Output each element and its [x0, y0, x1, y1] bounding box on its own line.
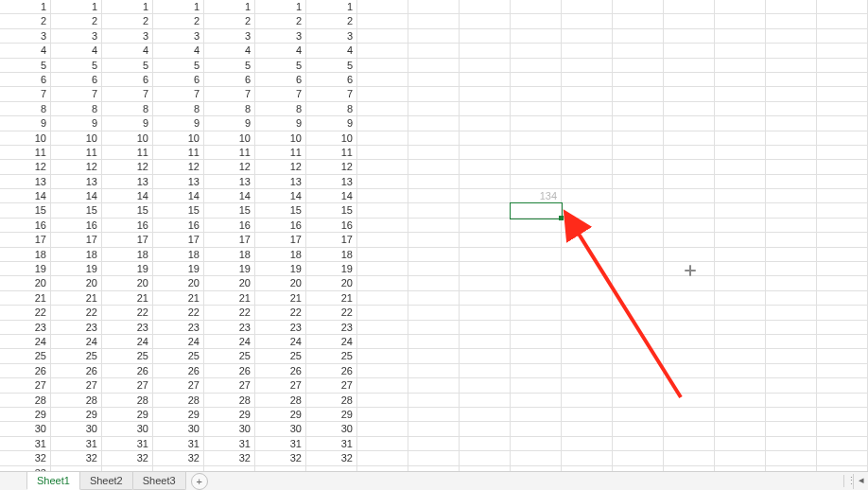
cell[interactable]: 15	[204, 203, 255, 218]
cell[interactable]: 27	[102, 378, 153, 393]
cell[interactable]	[511, 233, 562, 247]
cell[interactable]: 12	[306, 160, 357, 174]
cell[interactable]	[766, 437, 817, 451]
cell[interactable]	[562, 102, 613, 116]
cell[interactable]	[511, 116, 562, 131]
cell[interactable]	[817, 233, 868, 247]
cell[interactable]	[408, 160, 460, 174]
cell[interactable]: 15	[153, 203, 204, 218]
cell[interactable]	[715, 378, 766, 393]
cell[interactable]: 17	[306, 233, 357, 247]
cell[interactable]: 5	[0, 59, 51, 73]
cell[interactable]	[562, 146, 613, 160]
cell[interactable]: 17	[0, 233, 51, 247]
cell[interactable]	[357, 203, 408, 218]
cell[interactable]	[766, 203, 817, 218]
cell[interactable]	[562, 378, 613, 393]
cell[interactable]: 19	[0, 262, 51, 276]
cell[interactable]	[664, 451, 715, 465]
cell[interactable]	[357, 248, 408, 262]
cell[interactable]	[766, 291, 817, 306]
cell[interactable]	[613, 102, 664, 116]
cell[interactable]: 14	[0, 189, 51, 203]
cell[interactable]: 22	[306, 306, 357, 320]
cell[interactable]: 29	[204, 408, 255, 422]
cell[interactable]: 26	[306, 364, 357, 378]
cell[interactable]	[562, 291, 613, 306]
cell[interactable]	[408, 14, 460, 28]
cell[interactable]	[408, 131, 460, 146]
cell[interactable]: 4	[102, 44, 153, 58]
cell[interactable]	[562, 219, 613, 233]
cell[interactable]: 16	[153, 219, 204, 233]
cell[interactable]	[357, 408, 408, 422]
cell[interactable]	[511, 335, 562, 349]
cell[interactable]: 31	[51, 437, 102, 451]
cell[interactable]: 11	[255, 146, 306, 160]
cell[interactable]	[817, 378, 868, 393]
cell[interactable]	[357, 422, 408, 436]
cell[interactable]: 7	[51, 87, 102, 101]
cell[interactable]	[408, 102, 460, 116]
cell[interactable]: 22	[255, 306, 306, 320]
cell[interactable]	[460, 349, 511, 363]
cell[interactable]	[817, 394, 868, 408]
cell[interactable]: 24	[51, 335, 102, 349]
cell[interactable]: 24	[306, 335, 357, 349]
cell[interactable]	[460, 160, 511, 174]
cell[interactable]: 31	[255, 437, 306, 451]
cell[interactable]	[715, 131, 766, 146]
cell[interactable]	[715, 335, 766, 349]
cell[interactable]	[664, 14, 715, 28]
cell[interactable]	[715, 306, 766, 320]
cell[interactable]	[664, 203, 715, 218]
cell[interactable]	[511, 219, 562, 233]
cell[interactable]	[562, 394, 613, 408]
cell[interactable]: 30	[51, 422, 102, 436]
cell[interactable]: 26	[51, 364, 102, 378]
cell[interactable]: 8	[0, 102, 51, 116]
cell[interactable]	[460, 73, 511, 87]
cell[interactable]: 12	[51, 160, 102, 174]
cell[interactable]	[817, 146, 868, 160]
cell[interactable]	[511, 306, 562, 320]
cell[interactable]	[715, 349, 766, 363]
cell[interactable]: 7	[0, 87, 51, 101]
cell[interactable]: 32	[204, 451, 255, 465]
cell[interactable]	[613, 219, 664, 233]
cell[interactable]: 26	[102, 364, 153, 378]
cell[interactable]	[562, 306, 613, 320]
cell[interactable]	[562, 73, 613, 87]
cell[interactable]	[715, 175, 766, 189]
cell[interactable]: 23	[0, 321, 51, 335]
cell[interactable]: 13	[204, 175, 255, 189]
cell[interactable]: 22	[51, 306, 102, 320]
cell[interactable]: 13	[255, 175, 306, 189]
cell[interactable]: 23	[153, 321, 204, 335]
cell[interactable]	[664, 394, 715, 408]
cell[interactable]	[562, 131, 613, 146]
cell[interactable]	[562, 44, 613, 58]
cell[interactable]: 25	[102, 349, 153, 363]
cell[interactable]	[511, 364, 562, 378]
cell[interactable]	[613, 364, 664, 378]
cell[interactable]: 27	[51, 378, 102, 393]
cell[interactable]: 11	[306, 146, 357, 160]
cell[interactable]	[766, 102, 817, 116]
cell[interactable]	[817, 408, 868, 422]
cell[interactable]	[408, 321, 460, 335]
cell[interactable]: 8	[306, 102, 357, 116]
cell[interactable]	[460, 233, 511, 247]
cell[interactable]	[613, 203, 664, 218]
cell[interactable]: 16	[51, 219, 102, 233]
cell[interactable]	[613, 131, 664, 146]
cell[interactable]: 25	[204, 349, 255, 363]
cell[interactable]: 12	[0, 160, 51, 174]
cell[interactable]	[766, 233, 817, 247]
cell[interactable]	[613, 321, 664, 335]
cell[interactable]	[460, 321, 511, 335]
cell[interactable]	[460, 44, 511, 58]
cell[interactable]: 5	[306, 59, 357, 73]
cell[interactable]: 5	[255, 59, 306, 73]
cell[interactable]: 19	[306, 262, 357, 276]
